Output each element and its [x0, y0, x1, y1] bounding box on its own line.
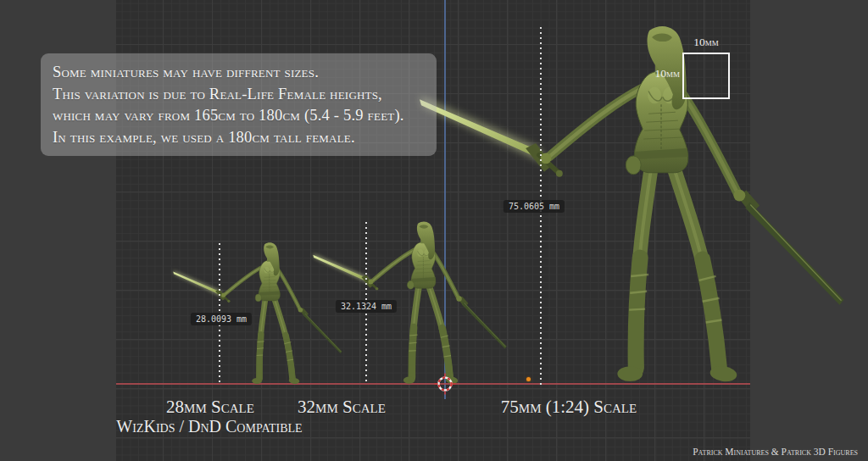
object-origin-dot[interactable] [526, 377, 531, 381]
3d-cursor[interactable] [433, 372, 457, 396]
reference-square-top-label: 10mm [677, 36, 735, 49]
info-line-4: In this example, we used a 180cm tall fe… [53, 127, 425, 149]
reference-square-10mm [682, 53, 730, 99]
info-box: Some miniatures may have diffrent sizes.… [41, 53, 437, 156]
measurement-label-32mm: 32.1324 mm [336, 300, 397, 313]
measurement-label-28mm: 28.0093 mm [191, 313, 252, 325]
info-line-2: This variation is due to Real-Life Femal… [53, 84, 425, 106]
measurement-label-75mm: 75.0605 mm [504, 200, 565, 213]
info-line-3: which may vary from 165cm to 180cm (5.4 … [53, 105, 425, 127]
reference-square-side-label: 10mm [641, 67, 680, 81]
scale-label-32mm: 32mm Scale [298, 397, 386, 418]
scale-label-28mm: 28mm Scale [166, 397, 254, 418]
info-line-1: Some miniatures may have diffrent sizes. [53, 62, 425, 84]
credit-text: Patrick Miniatures & Patrick 3D Figures [693, 447, 858, 457]
scale-sublabel-28mm: WizKids / DnD Compatible [116, 417, 302, 436]
scale-label-75mm: 75mm (1:24) Scale [501, 397, 637, 418]
